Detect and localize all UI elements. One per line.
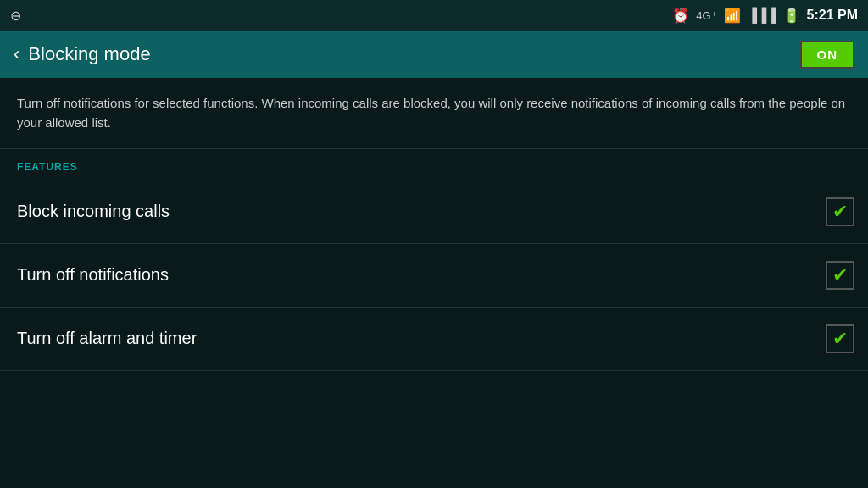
checkbox-turn-off-alarm[interactable]: ✔	[826, 324, 854, 353]
toggle-on-button[interactable]: ON	[800, 41, 855, 69]
header: ‹ Blocking mode ON	[0, 30, 868, 78]
features-section-label: FEATURES	[0, 149, 868, 180]
minus-circle-icon: ⊖	[10, 8, 21, 24]
alarm-icon: ⏰	[672, 8, 689, 24]
battery-icon: 🔋	[783, 8, 800, 24]
feature-item-turn-off-notifications[interactable]: Turn off notifications ✔	[0, 244, 868, 308]
data-icon: 4G⁺	[696, 9, 716, 22]
signal-icon: ▐▐▐	[748, 8, 776, 23]
description-text: Turn off notifications for selected func…	[0, 78, 868, 149]
checkmark-alarm: ✔	[832, 330, 848, 348]
feature-label-block-calls: Block incoming calls	[17, 202, 170, 221]
checkbox-turn-off-notifications[interactable]: ✔	[826, 261, 854, 290]
feature-item-turn-off-alarm[interactable]: Turn off alarm and timer ✔	[0, 308, 868, 371]
feature-label-turn-off-alarm: Turn off alarm and timer	[17, 329, 197, 348]
status-bar: ⊖ ⏰ 4G⁺ 📶 ▐▐▐ 🔋 5:21 PM	[0, 0, 868, 30]
back-button[interactable]: ‹	[14, 43, 19, 65]
feature-label-turn-off-notifications: Turn off notifications	[17, 265, 169, 285]
checkmark-block-calls: ✔	[832, 202, 848, 221]
checkbox-block-calls[interactable]: ✔	[826, 197, 854, 226]
feature-item-block-calls[interactable]: Block incoming calls ✔	[0, 180, 868, 244]
wifi-icon: 📶	[724, 8, 741, 24]
checkmark-notifications: ✔	[832, 266, 848, 285]
page-title: Blocking mode	[28, 43, 150, 65]
status-time: 5:21 PM	[807, 8, 858, 23]
